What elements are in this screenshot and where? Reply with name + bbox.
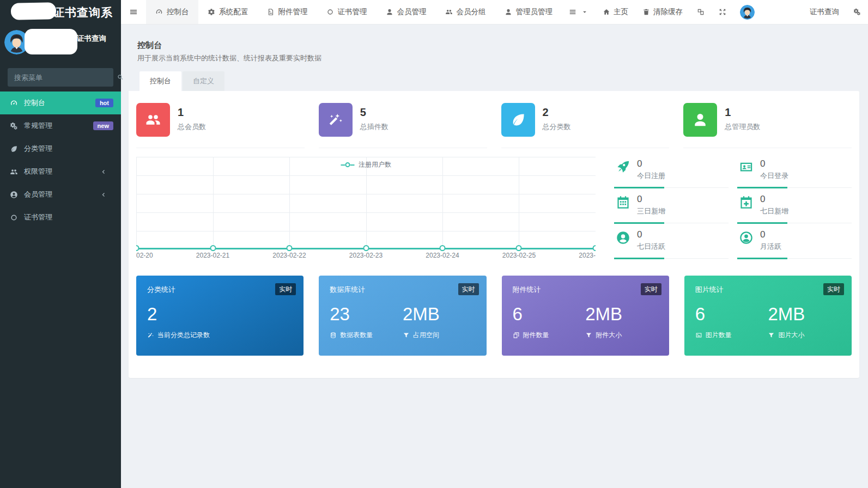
card-metric-label: 占用空间 <box>413 331 439 340</box>
home-button[interactable]: 主页 <box>596 0 635 25</box>
sidebar-item-label: 分类管理 <box>24 144 52 154</box>
clear-cache-label: 清除缓存 <box>653 7 683 17</box>
card-title: 图片统计 <box>695 285 841 295</box>
card-metric: 2MB占用空间 <box>403 304 476 340</box>
navbar-right: 主页 清除缓存 证书查询 <box>562 0 868 24</box>
sidebar-item-常规管理[interactable]: 常规管理new <box>0 114 121 137</box>
calendar-icon <box>614 195 632 210</box>
mini-stat-value: 0 <box>760 158 788 169</box>
app-brand[interactable]: 证书查询系 <box>0 0 121 25</box>
top-navbar: 控制台系统配置附件管理证书管理会员管理会员分组管理员管理 主页 清除缓存 证书查… <box>121 0 868 25</box>
card-title: 附件统计 <box>513 285 658 295</box>
sidebar-item-label: 控制台 <box>24 98 45 108</box>
user-icon <box>683 103 717 137</box>
dashboard-panel: 1总会员数5总插件数2总分类数1总管理员数 注册用户数 2023-02-2020… <box>129 91 859 378</box>
user-circle-icon <box>614 230 632 245</box>
portal-label: 证书查询 <box>810 7 839 17</box>
chart-marker <box>440 245 446 251</box>
clear-cache-button[interactable]: 清除缓存 <box>635 0 690 25</box>
chart-marker <box>516 245 522 251</box>
navbar-item-label: 证书管理 <box>338 7 367 17</box>
settings-button[interactable] <box>846 0 868 25</box>
language-button[interactable] <box>690 0 712 25</box>
redaction-blob <box>11 2 57 20</box>
mini-stats-grid: 0今日注册0今日登录0三日新增0七日新增0七日活跃0月活跃 <box>614 148 852 264</box>
chart-gridline <box>519 157 519 249</box>
card-metric-value: 2 <box>147 304 293 325</box>
mini-stat-value: 0 <box>637 229 665 240</box>
navbar-item-控制台[interactable]: 控制台 <box>146 0 198 24</box>
fullscreen-button[interactable] <box>712 0 733 25</box>
navbar-avatar[interactable] <box>740 5 755 20</box>
legend-label: 注册用户数 <box>359 160 391 169</box>
mini-stat-七日活跃: 0七日活跃 <box>614 227 729 262</box>
users-icon <box>445 8 453 16</box>
leaf-icon <box>501 103 535 137</box>
mini-stat-value: 0 <box>760 194 788 205</box>
sidebar-toggle-icon[interactable] <box>121 0 146 24</box>
sidebar-item-会员管理[interactable]: 会员管理 <box>0 183 121 206</box>
mini-stat-label: 三日新增 <box>637 206 665 216</box>
card-metric-label: 数据表数量 <box>340 331 373 340</box>
filter-icon <box>403 332 410 339</box>
chart-legend[interactable]: 注册用户数 <box>341 160 391 169</box>
card-metric-label: 当前分类总记录数 <box>157 331 210 340</box>
sidebar-user-panel: 证书查询 在线 <box>0 28 121 62</box>
user-circle-icon <box>8 191 20 199</box>
card-图片统计: 图片统计实时6图片数量2MB图片大小 <box>684 276 852 356</box>
tab-自定义[interactable]: 自定义 <box>183 71 224 91</box>
navbar-item-附件管理[interactable]: 附件管理 <box>258 0 317 24</box>
caret-down-icon <box>581 8 588 16</box>
search-icon[interactable] <box>117 68 124 87</box>
language-icon <box>697 8 705 16</box>
chart-axis-label: 2023-02-20 <box>136 252 172 259</box>
legend-line-icon <box>341 164 345 166</box>
mini-stat-label: 七日活跃 <box>637 242 665 252</box>
sidebar-item-label: 权限管理 <box>24 167 52 176</box>
navbar-item-管理员管理[interactable]: 管理员管理 <box>495 0 562 24</box>
search-input[interactable] <box>8 74 117 82</box>
sidebar-item-控制台[interactable]: 控制台hot <box>0 91 121 114</box>
mini-stat-label: 七日新增 <box>760 206 788 216</box>
portal-link[interactable]: 证书查询 <box>803 0 846 25</box>
navbar-item-会员管理[interactable]: 会员管理 <box>377 0 436 24</box>
gear-icon <box>208 8 215 16</box>
chart-marker <box>210 245 216 251</box>
card-title: 数据库统计 <box>330 285 475 295</box>
navbar-item-label: 会员分组 <box>457 7 486 17</box>
summary-cards-row: 分类统计实时2当前分类总记录数数据库统计实时23数据表数量2MB占用空间附件统计… <box>136 276 852 356</box>
tab-控制台[interactable]: 控制台 <box>139 71 181 91</box>
legend-line-icon <box>350 164 354 166</box>
stat-label: 总会员数 <box>178 122 206 132</box>
sidebar-item-证书管理[interactable]: 证书管理 <box>0 206 121 229</box>
sidebar-item-分类管理[interactable]: 分类管理 <box>0 137 121 160</box>
mini-stat-label: 今日登录 <box>760 171 788 181</box>
chart-axis-label: 2023-02-22 <box>254 252 325 259</box>
card-metric-value: 23 <box>330 304 403 325</box>
mini-stat-月活跃: 0月活跃 <box>737 227 852 262</box>
mini-stat-value: 0 <box>760 229 781 240</box>
image-icon <box>695 332 702 339</box>
registrations-chart: 注册用户数 2023-02-202023-02-212023-02-222023… <box>136 148 596 264</box>
mini-stat-label: 月活跃 <box>760 242 781 252</box>
stats-row: 1总会员数5总插件数2总分类数1总管理员数 <box>136 91 852 148</box>
chart-marker <box>363 245 369 251</box>
sidebar: 证书查询系 证书查询 在线 控制台hot常规管理new分类管理权限管理会员管理证… <box>0 0 121 488</box>
nav-list-dropdown[interactable] <box>562 0 596 25</box>
chart-marker <box>136 245 139 251</box>
page-header: 控制台 用于展示当前系统中的统计数据、统计报表及重要实时数据 <box>129 32 859 63</box>
navbar-item-label: 会员管理 <box>397 7 427 17</box>
navbar-item-系统配置[interactable]: 系统配置 <box>198 0 258 24</box>
sidebar-item-label: 证书管理 <box>24 212 52 222</box>
gears-icon <box>853 8 861 16</box>
card-metric-value: 2MB <box>403 304 476 325</box>
circle-icon <box>326 8 334 16</box>
sidebar-item-权限管理[interactable]: 权限管理 <box>0 160 121 183</box>
chart-section: 注册用户数 2023-02-202023-02-212023-02-222023… <box>136 148 852 264</box>
navbar-item-证书管理[interactable]: 证书管理 <box>317 0 377 24</box>
navbar-item-label: 控制台 <box>167 7 189 17</box>
chart-axis-label: 2023-02-24 <box>407 252 478 259</box>
card-metric-value: 2MB <box>585 304 658 325</box>
user-icon <box>386 8 393 16</box>
navbar-item-会员分组[interactable]: 会员分组 <box>436 0 495 24</box>
